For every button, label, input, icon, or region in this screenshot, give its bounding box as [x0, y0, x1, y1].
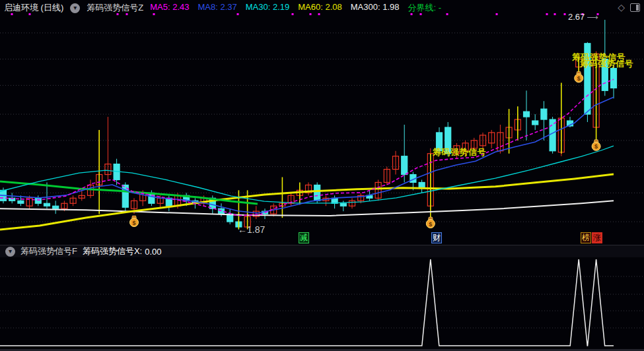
money-bag-icon: $	[592, 140, 600, 151]
collapse-indicator-icon[interactable]	[70, 3, 80, 13]
candle-body	[524, 112, 530, 117]
ma-readout-group: MA5: 2.43MA8: 2.37MA30: 2.19MA60: 2.08MA…	[150, 2, 441, 14]
candle-body	[550, 119, 555, 151]
ma-readout: MA8: 2.37	[198, 2, 237, 14]
candle-body	[419, 182, 425, 187]
candle-body	[18, 201, 24, 203]
chart-header-bar: 启迪环境 (日线) 筹码强势信号Z MA5: 2.43MA8: 2.37MA30…	[0, 0, 644, 16]
svg-text:$: $	[577, 75, 581, 82]
candle-body	[314, 185, 320, 201]
badge-rank[interactable]: 榜	[581, 232, 591, 243]
svg-text:$: $	[132, 220, 135, 226]
candle-body	[611, 69, 617, 88]
symbol-title: 启迪环境 (日线)	[4, 2, 63, 14]
badge-finance[interactable]: 财	[431, 232, 442, 243]
ma-readout: MA30: 2.19	[246, 2, 290, 14]
svg-text:$: $	[429, 221, 432, 228]
header-tools: ◇	[618, 2, 640, 13]
money-bag-icon: $	[575, 71, 583, 82]
badge-rise[interactable]: 涨	[592, 232, 602, 243]
low-price-label: ←1.87	[238, 224, 265, 235]
high-price-label: 2.67	[568, 12, 598, 22]
sub-indicator-value-label: 筹码强势信号X:	[83, 245, 142, 257]
price-chart-canvas[interactable]: $$$$	[0, 0, 644, 351]
arrow-to-high-icon	[585, 12, 598, 22]
trading-terminal-window: $$$$ 启迪环境 (日线) 筹码强势信号Z MA5: 2.43MA8: 2.3…	[0, 0, 644, 351]
ma-readout: 分界线: -	[408, 2, 441, 14]
svg-text:$: $	[594, 143, 598, 150]
ma-readout: MA60: 2.08	[298, 2, 342, 14]
ma30-line	[0, 146, 614, 203]
candle-body	[340, 203, 346, 206]
candle-body	[532, 121, 538, 125]
sub-indicator-value: 0.00	[145, 247, 161, 257]
ma-readout: MA5: 2.43	[150, 2, 189, 14]
candle-body	[53, 206, 59, 208]
money-bag-icon: $	[130, 216, 139, 227]
sub-indicator-line	[0, 259, 614, 346]
panel-toggle-icon[interactable]	[630, 3, 640, 12]
high-price-value: 2.67	[568, 12, 585, 22]
candle-body	[541, 109, 547, 119]
signal-text-label: 筹码强势信号	[433, 146, 486, 158]
candle-body	[402, 156, 408, 175]
badge-reduce[interactable]: 减	[299, 232, 309, 243]
diamond-icon[interactable]: ◇	[618, 2, 625, 13]
sub-indicator-name[interactable]: 筹码强势信号F	[20, 245, 77, 257]
sub-indicator-header: 筹码强势信号F 筹码强势信号X: 0.00	[0, 245, 644, 257]
signal-text-label: 筹码强势信号	[580, 58, 633, 70]
candle-body	[44, 203, 50, 206]
ma-readout: MA300: 1.98	[351, 2, 400, 14]
candle-body	[35, 198, 41, 203]
money-bag-icon: $	[426, 217, 435, 228]
collapse-subpanel-icon[interactable]	[5, 247, 15, 257]
main-indicator-name[interactable]: 筹码强势信号Z	[87, 2, 143, 14]
